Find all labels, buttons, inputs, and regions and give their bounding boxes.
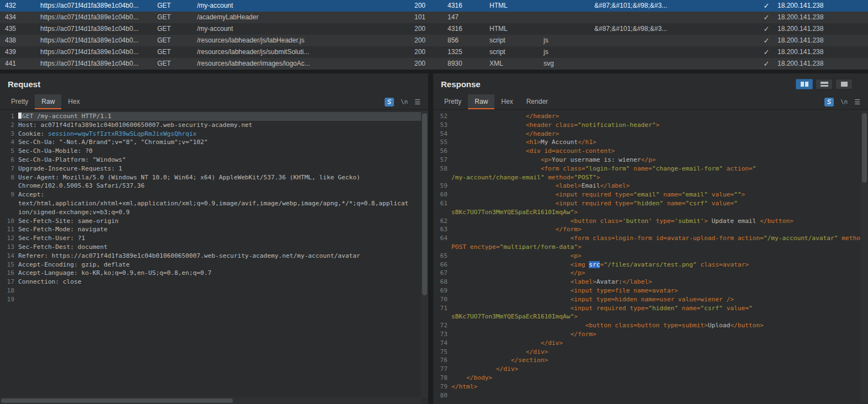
response-code-line: 71<input required type="hidden" name="cs…	[433, 304, 868, 313]
response-code-line: 58<form class="login-form" name="change-…	[433, 164, 868, 173]
request-code-line: Chrome/102.0.5005.63 Safari/537.36	[0, 182, 428, 190]
code-token: <input required type=	[571, 305, 648, 312]
scrollbar-thumb[interactable]	[1, 398, 233, 403]
line-number: 76	[433, 356, 451, 365]
request-code-line: 13Sec-Fetch-Dest: document	[0, 243, 428, 252]
cell-title	[591, 58, 759, 70]
cell-ip: 18.200.141.238	[774, 0, 868, 12]
line-number: 3	[0, 130, 18, 139]
response-vscrollbar[interactable]	[861, 111, 868, 403]
line-number: 65	[433, 252, 451, 261]
code-token: "csrf"	[685, 200, 707, 207]
response-tab-raw[interactable]: Raw	[468, 94, 494, 109]
line-number: 70	[433, 295, 451, 304]
vertical-splitter[interactable]	[428, 73, 433, 404]
request-code-line: 5Sec-Ch-Ua-Mobile: ?0	[0, 147, 428, 156]
response-code-line: 76</section>	[433, 356, 868, 365]
request-tab-raw[interactable]: Raw	[35, 94, 61, 109]
code-token: <input type=file name=avatar>	[571, 287, 678, 294]
code-token: Sec-Fetch-Dest: document	[18, 243, 108, 251]
history-row[interactable]: 435https://ac071f4d1fa389e1c04b0...GET/m…	[0, 23, 868, 35]
code-token: </form>	[571, 331, 597, 338]
cell-length: 4316	[444, 0, 486, 12]
line-number: 67	[433, 269, 451, 278]
line-number: 19	[0, 295, 18, 304]
line-number: 59	[433, 182, 451, 190]
history-row[interactable]: 441https://ac071f4d1fa389e1c04b0...GET/r…	[0, 58, 868, 70]
history-row[interactable]: 434https://ac071f4d1fa389e1c04b0...GET/a…	[0, 12, 868, 23]
code-token: "login-form"	[585, 165, 630, 172]
request-tab-hex[interactable]: Hex	[61, 94, 86, 109]
response-panel: Response PrettyRawHexRender \n ☰ 52</hea…	[433, 73, 868, 404]
request-vscrollbar[interactable]	[421, 111, 428, 397]
code-token: "email"	[633, 191, 659, 198]
response-editor[interactable]: 52</header>53<header class="notification…	[433, 110, 868, 404]
layout-buttons	[796, 79, 853, 89]
editor-menu-icon[interactable]: ☰	[854, 99, 860, 105]
cell-tls: ✓	[759, 12, 774, 23]
line-number	[433, 312, 451, 321]
code-token: <label>	[571, 278, 597, 285]
cell-status: 200	[411, 35, 444, 46]
line-number: 10	[0, 217, 18, 226]
line-number: 14	[0, 252, 18, 261]
cell-method: GET	[154, 0, 194, 12]
code-token: "csrf"	[700, 305, 722, 312]
response-tab-pretty[interactable]: Pretty	[438, 94, 468, 109]
history-row[interactable]: 439https://ac071f4d1fa389e1c04b0...GET/r…	[0, 46, 868, 58]
response-tabbar: PrettyRawHexRender \n ☰	[433, 94, 868, 110]
newline-chars-icon[interactable]: \n	[840, 98, 848, 105]
request-code: 1GET /my-account HTTP/1.12Host: ac071f4d…	[0, 112, 428, 304]
code-token: <div id=account-content>	[526, 147, 615, 155]
response-tab-hex[interactable]: Hex	[494, 94, 519, 109]
line-number: 9	[0, 190, 18, 199]
request-code-line: 19	[0, 295, 428, 304]
text-cursor	[18, 113, 22, 119]
cell-ip: 18.200.141.238	[774, 58, 868, 70]
syntax-highlight-icon[interactable]	[385, 98, 394, 107]
line-number: 63	[433, 225, 451, 234]
code-token: <h1>	[526, 139, 541, 146]
cell-tls: ✓	[759, 58, 774, 70]
syntax-highlight-icon[interactable]	[824, 98, 834, 107]
request-code-line: 15Accept-Encoding: gzip, deflate	[0, 261, 428, 269]
request-hscrollbar[interactable]	[0, 397, 421, 404]
split-rows-button[interactable]	[816, 79, 833, 89]
newline-chars-icon[interactable]: \n	[401, 98, 408, 105]
code-token: </header>	[526, 113, 560, 120]
response-code-line: 70<input type=hidden name=user value=wie…	[433, 295, 868, 304]
request-code-line: 18	[0, 286, 428, 295]
scrollbar-thumb[interactable]	[422, 113, 427, 295]
line-number: 66	[433, 261, 451, 269]
code-token: Sec-Fetch-User: ?1	[18, 235, 85, 242]
code-token: Host: ac071f4d1fa389e1c04b010600650007.w…	[18, 121, 252, 129]
code-token: Chrome/102.0.5005.63 Safari/537.36	[18, 182, 145, 189]
response-code-line: 59<label>Email</label>	[433, 182, 868, 190]
request-tab-pretty[interactable]: Pretty	[4, 94, 35, 109]
single-pane-button[interactable]	[835, 79, 853, 89]
code-token: value=	[723, 305, 749, 312]
code-token: <form class=	[541, 165, 585, 172]
response-code-line: 79</html>	[433, 382, 868, 391]
request-title: Request	[8, 79, 40, 89]
split-columns-button[interactable]	[796, 79, 813, 89]
response-tab-render[interactable]: Render	[520, 94, 555, 109]
cell-id: 435	[0, 23, 37, 35]
history-row[interactable]: 438https://ac071f4d1fa389e1c04b0...GET/r…	[0, 35, 868, 46]
horizontal-splitter[interactable]	[0, 70, 868, 73]
code-token: action=	[723, 165, 753, 172]
code-token: Email	[582, 182, 600, 189]
request-editor[interactable]: 1GET /my-account HTTP/1.12Host: ac071f4d…	[0, 110, 428, 404]
line-number: 12	[0, 234, 18, 243]
scrollbar-thumb[interactable]	[862, 113, 867, 183]
code-token: </form>	[556, 226, 582, 233]
line-number: 2	[0, 121, 18, 130]
line-number: 4	[0, 138, 18, 147]
editor-menu-icon[interactable]: ☰	[414, 99, 420, 105]
history-row[interactable]: 432https://ac071f4d1fa389e1c04b0...GET/m…	[0, 0, 868, 12]
code-token: >	[741, 191, 745, 198]
line-number: 73	[433, 330, 451, 339]
request-code-line: 1GET /my-account HTTP/1.1	[0, 112, 428, 121]
cell-url: /resources/labheader/js/submitSoluti...	[194, 46, 411, 58]
response-code-line: 80	[433, 391, 868, 400]
